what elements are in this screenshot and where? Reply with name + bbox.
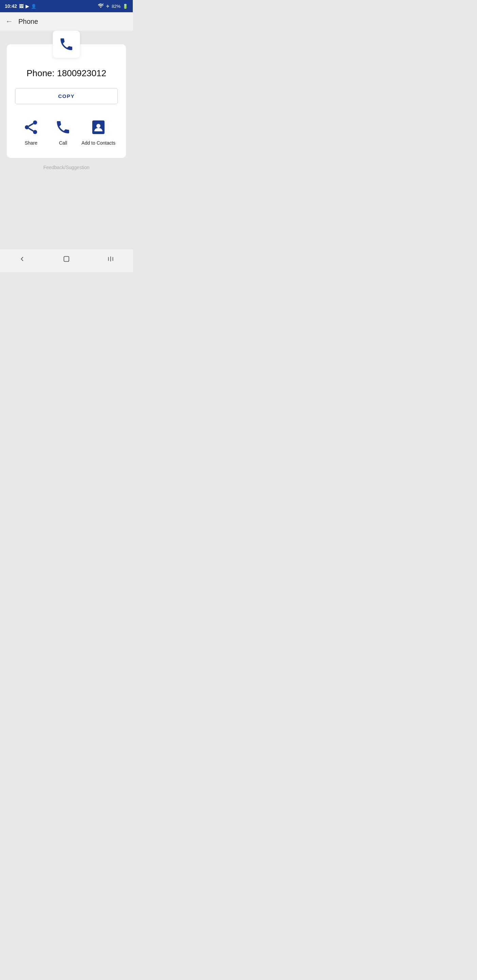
add-contact-label: Add to Contacts: [81, 140, 115, 146]
add-contact-icon: [90, 119, 107, 135]
back-nav-button[interactable]: [11, 253, 33, 267]
svg-point-1: [33, 121, 37, 124]
status-right: ✈ 82% 🔋: [98, 3, 128, 9]
share-icon: [23, 119, 39, 135]
svg-rect-8: [64, 256, 69, 262]
share-icon-wrap: [21, 118, 40, 137]
phone-number-display: Phone: 1800923012: [27, 68, 106, 79]
svg-point-2: [25, 125, 29, 129]
call-action[interactable]: Call: [49, 118, 77, 146]
battery-icon: 🔋: [123, 4, 128, 9]
svg-line-4: [29, 128, 34, 131]
feedback-link[interactable]: Feedback/Suggestion: [43, 165, 89, 170]
video-icon: ▶: [26, 4, 29, 9]
status-left: 10:42 🖼 ▶ 👤: [5, 3, 37, 9]
recent-nav-button[interactable]: [100, 253, 121, 267]
status-time: 10:42: [5, 3, 17, 9]
phone-icon-badge: [53, 30, 80, 58]
call-icon-wrap: [53, 118, 72, 137]
call-icon: [55, 119, 71, 135]
svg-line-0: [103, 3, 104, 4]
call-label: Call: [59, 140, 67, 146]
svg-line-5: [29, 124, 34, 126]
share-action[interactable]: Share: [18, 118, 45, 146]
wifi-icon: [98, 3, 104, 9]
back-button[interactable]: ←: [5, 17, 13, 26]
contacts-status-icon: 👤: [31, 4, 37, 9]
main-content: Phone: 1800923012 COPY Share: [0, 30, 133, 249]
bottom-nav: [0, 249, 133, 272]
svg-point-7: [96, 124, 101, 128]
copy-button[interactable]: COPY: [15, 88, 118, 104]
add-contact-icon-wrap: [89, 118, 108, 137]
airplane-icon: ✈: [106, 4, 110, 9]
add-contact-action[interactable]: Add to Contacts: [81, 118, 115, 146]
battery-percent: 82%: [112, 4, 121, 9]
status-bar: 10:42 🖼 ▶ 👤 ✈ 82% 🔋: [0, 0, 133, 12]
home-nav-button[interactable]: [56, 253, 77, 267]
share-label: Share: [24, 140, 37, 146]
page-title: Phone: [18, 18, 38, 25]
phone-badge-icon: [59, 37, 74, 52]
phone-card: Phone: 1800923012 COPY Share: [7, 44, 126, 158]
gallery-icon: 🖼: [19, 4, 24, 9]
top-bar: ← Phone: [0, 12, 133, 30]
actions-row: Share Call: [15, 115, 118, 146]
svg-point-3: [33, 130, 37, 134]
